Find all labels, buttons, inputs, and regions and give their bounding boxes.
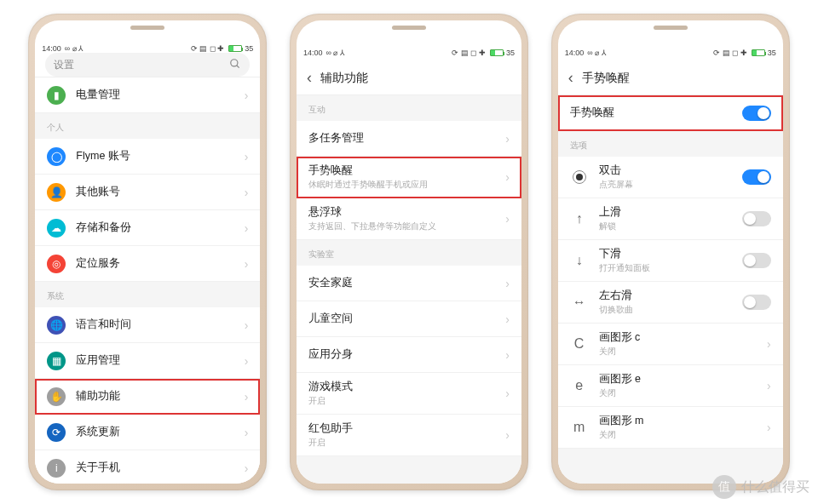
row-multitask[interactable]: 多任务管理 › [297,121,521,157]
row-accessibility[interactable]: ✋ 辅助功能 › [35,379,260,415]
status-icons-left: ∞ ⌀ ⅄ [65,44,84,53]
toggle-double-tap[interactable] [742,169,771,185]
row-redpacket[interactable]: 红包助手开启 › [297,415,521,456]
cloud-icon: ☁ [47,219,66,238]
statusbar: 14:00 ∞ ⌀ ⅄ ⟳ ▤ ◻ ✚ 35 [35,44,260,53]
row-draw-e[interactable]: e 画图形 e关闭 › [558,365,783,407]
page-title: 辅助功能 [320,71,511,86]
toggle-swipe-down[interactable] [742,253,771,268]
chevron-right-icon: › [505,348,510,362]
row-kids[interactable]: 儿童空间 › [297,301,521,337]
row-double-tap[interactable]: 双击点亮屏幕 [558,157,783,198]
phone-inner: 14:00 ∞ ⌀ ⅄ ⟳ ▤ ◻ ✚ 35 设置 [35,20,260,484]
swipe-lr-icon: ↔ [570,293,589,312]
svg-point-0 [231,59,238,66]
flyme-icon: ◯ [47,147,66,166]
info-icon: i [47,459,66,478]
screen: 14:00 ∞ ⌀ ⅄ ⟳ ▤ ◻ ✚ 35 设置 [35,44,260,484]
watermark: 值 什么值得买 [712,475,809,499]
chevron-right-icon: › [767,421,771,434]
chevron-right-icon: › [245,89,249,102]
row-app-clone[interactable]: 应用分身 › [297,337,521,373]
status-time: 14:00 [42,44,61,53]
earpiece [392,26,426,30]
phone-settings: 14:00 ∞ ⌀ ⅄ ⟳ ▤ ◻ ✚ 35 设置 [28,14,267,490]
earpiece [130,26,164,30]
row-power[interactable]: ▮ 电量管理 › [35,77,260,113]
row-swipe-up[interactable]: ↑ 上滑解锁 [558,198,783,240]
phone-accessibility: 14:00∞ ⌀ ⅄ ⟳ ▤ ◻ ✚35 ‹ 辅助功能 互动 多任务管理 › 手… [290,14,528,490]
search-input[interactable]: 设置 [45,53,250,77]
row-update[interactable]: ⟳ 系统更新 › [35,415,260,450]
chevron-right-icon: › [245,426,249,439]
hand-icon: ✋ [47,387,66,406]
row-storage[interactable]: ☁ 存储和备份 › [35,210,260,246]
chevron-right-icon: › [245,318,249,332]
swipe-down-icon: ↓ [570,251,589,270]
toggle-master[interactable] [742,106,771,121]
row-swipe-left-right[interactable]: ↔ 左右滑切换歌曲 [558,282,783,324]
row-swipe-down[interactable]: ↓ 下滑打开通知面板 [558,240,783,282]
row-draw-m[interactable]: m 画图形 m关闭 › [558,407,783,449]
back-button[interactable]: ‹ [307,69,312,87]
chevron-right-icon: › [767,379,771,392]
section-lab: 实验室 [297,240,521,266]
battery-icon [227,45,242,52]
row-game-mode[interactable]: 游戏模式开启 › [297,373,521,415]
row-draw-c[interactable]: C 画图形 c关闭 › [558,324,783,365]
chevron-right-icon: › [505,428,510,442]
swipe-up-icon: ↑ [570,209,589,228]
watermark-badge-icon: 值 [712,475,736,499]
row-location[interactable]: ◎ 定位服务 › [35,246,260,282]
chevron-right-icon: › [505,170,510,184]
globe-icon: 🌐 [47,316,66,335]
earpiece [654,26,688,30]
draw-m-icon: m [570,418,589,437]
chevron-right-icon: › [505,132,510,146]
section-options: 选项 [558,131,783,157]
row-language[interactable]: 🌐 语言和时间 › [35,307,260,343]
chevron-right-icon: › [505,387,510,400]
back-button[interactable]: ‹ [568,69,573,87]
search-placeholder: 设置 [54,58,74,72]
chevron-right-icon: › [245,221,249,235]
apps-icon: ▦ [47,352,66,370]
topbar: ‹ 手势唤醒 [558,61,783,95]
section-system: 系统 [35,282,260,307]
chevron-right-icon: › [505,312,510,326]
section-personal: 个人 [35,113,260,139]
phone-gesture-wake: 14:00∞ ⌀ ⅄ ⟳ ▤ ◻ ✚35 ‹ 手势唤醒 手势唤醒 选项 双击点亮… [551,14,790,490]
toggle-swipe-lr[interactable] [742,295,771,310]
status-icons-right: ⟳ ▤ ◻ ✚ [191,44,225,53]
watermark-text: 什么值得买 [741,478,809,496]
battery-mgmt-icon: ▮ [47,86,66,105]
page-title: 手势唤醒 [582,71,773,86]
row-float-ball[interactable]: 悬浮球 支持返回、下拉悬停等功能自定义 › [297,198,521,240]
toggle-swipe-up[interactable] [742,211,771,226]
draw-c-icon: C [570,335,589,353]
row-other-accounts[interactable]: 👤 其他账号 › [35,175,260,210]
row-about[interactable]: i 关于手机 › [35,450,260,484]
label: 电量管理 [76,88,244,102]
accounts-icon: 👤 [47,183,66,202]
list-top: ▮ 电量管理 › [35,77,260,113]
svg-line-1 [237,65,239,67]
chevron-right-icon: › [245,257,249,271]
statusbar: 14:00∞ ⌀ ⅄ ⟳ ▤ ◻ ✚35 [558,44,783,61]
chevron-right-icon: › [505,277,510,290]
chevron-right-icon: › [767,337,771,351]
row-gesture-wake[interactable]: 手势唤醒 休眠时通过手势唤醒手机或应用 › [297,157,521,198]
chevron-right-icon: › [245,390,249,404]
chevron-right-icon: › [245,186,249,199]
draw-e-icon: e [570,376,589,395]
row-flyme[interactable]: ◯ Flyme 账号 › [35,139,260,175]
row-master-toggle[interactable]: 手势唤醒 [558,95,783,131]
chevron-right-icon: › [245,150,249,163]
row-safe-home[interactable]: 安全家庭 › [297,266,521,301]
chevron-right-icon: › [245,461,249,475]
row-apps[interactable]: ▦ 应用管理 › [35,343,260,379]
location-icon: ◎ [47,255,66,273]
statusbar: 14:00∞ ⌀ ⅄ ⟳ ▤ ◻ ✚35 [297,44,521,61]
search-bar: 设置 [35,53,260,77]
chevron-right-icon: › [245,354,249,368]
